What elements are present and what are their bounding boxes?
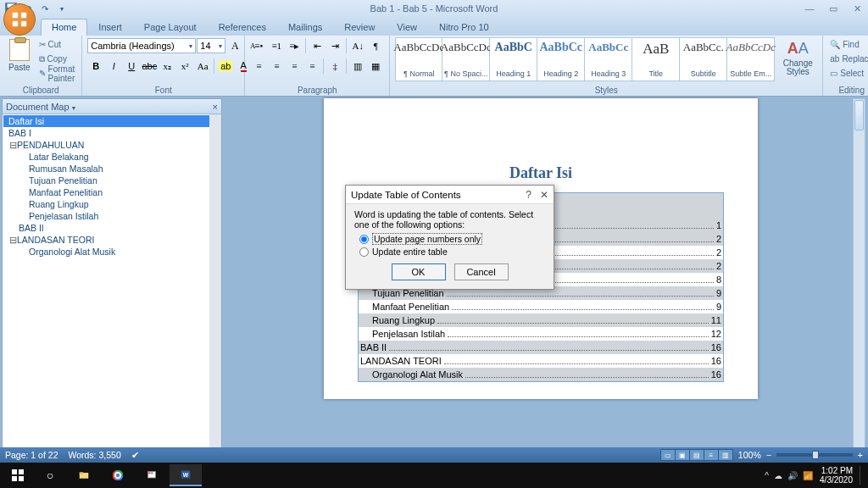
font-family-combo[interactable]: Cambria (Headings)▾	[87, 38, 196, 53]
view-full-screen[interactable]: ▣	[675, 449, 690, 461]
tray-up-icon[interactable]: ^	[765, 471, 769, 480]
zoom-in-icon[interactable]: +	[858, 450, 863, 460]
tab-review[interactable]: Review	[333, 19, 386, 36]
zoom-level[interactable]: 100%	[738, 450, 761, 460]
decrease-indent-button[interactable]: ⇤	[309, 37, 326, 54]
status-page[interactable]: Page: 1 of 22	[5, 450, 58, 460]
toc-entry[interactable]: Organologi Alat Musik16	[359, 368, 723, 381]
grow-font-button[interactable]: A	[226, 37, 243, 54]
view-web[interactable]: ▤	[689, 449, 704, 461]
docmap-item[interactable]: Tujuan Penelitian	[3, 175, 220, 186]
change-case-button[interactable]: Aa	[194, 58, 211, 75]
find-button[interactable]: 🔍Find	[828, 37, 868, 52]
docmap-item[interactable]: ⊟PENDAHULUAN	[3, 139, 220, 151]
align-center-button[interactable]: ≡	[268, 58, 285, 75]
numbering-button[interactable]: ≡1	[268, 37, 285, 54]
paste-button[interactable]: Paste	[5, 37, 34, 74]
docmap-item[interactable]: ⊟LANDASAN TEORI	[3, 234, 220, 246]
toc-entry[interactable]: Manfaat Penelitian9	[359, 300, 723, 313]
task-explorer[interactable]	[68, 464, 100, 486]
shading-button[interactable]: ▥	[349, 58, 366, 75]
format-painter-button[interactable]: ✎Format Painter	[37, 66, 77, 80]
status-words[interactable]: Words: 3,550	[68, 450, 120, 460]
redo-icon[interactable]: ↷	[37, 2, 53, 15]
bold-button[interactable]: B	[87, 58, 104, 75]
toc-entry[interactable]: Penjelasan Istilah12	[359, 327, 723, 341]
increase-indent-button[interactable]: ⇥	[326, 37, 343, 54]
radio-input[interactable]	[359, 235, 369, 244]
help-icon[interactable]: ?	[526, 189, 531, 201]
start-button[interactable]	[3, 464, 32, 486]
radio-update-entire-table[interactable]: Update entire table	[359, 247, 545, 257]
style-heading-3[interactable]: AaBbCcHeading 3	[585, 37, 632, 81]
maximize-icon[interactable]: ▭	[824, 3, 843, 14]
chevron-down-icon[interactable]: ▾	[72, 104, 75, 112]
tab-page-layout[interactable]: Page Layout	[133, 19, 208, 36]
toc-entry[interactable]: LANDASAN TEORI16	[359, 354, 723, 368]
show-marks-button[interactable]: ¶	[367, 37, 384, 54]
multilevel-button[interactable]: ≡▸	[286, 37, 303, 54]
style-subtle-em-[interactable]: AaBbCcDcSubtle Em...	[727, 37, 775, 81]
toc-entry[interactable]: BAB II16	[359, 341, 723, 354]
radio-input[interactable]	[359, 247, 369, 257]
qat-more-icon[interactable]: ▾	[54, 2, 70, 15]
style-heading-1[interactable]: AaBbCHeading 1	[490, 37, 537, 81]
cancel-button[interactable]: Cancel	[454, 263, 509, 280]
align-left-button[interactable]: ≡	[250, 58, 267, 75]
select-button[interactable]: ▭Select	[828, 66, 868, 80]
tab-home[interactable]: Home	[41, 19, 87, 36]
view-draft[interactable]: ▥	[718, 449, 733, 461]
tab-nitro-pro-10[interactable]: Nitro Pro 10	[428, 19, 500, 36]
docmap-item[interactable]: Ruang Lingkup	[3, 198, 220, 210]
radio-update-page-numbers[interactable]: Update page numbers only	[359, 233, 545, 245]
docmap-item[interactable]: Latar Belakang	[3, 151, 220, 163]
docmap-item[interactable]: Rumusan Masalah	[3, 163, 220, 175]
zoom-slider[interactable]	[776, 453, 853, 457]
borders-button[interactable]: ▦	[367, 58, 384, 75]
dialog-titlebar[interactable]: Update Table of Contents ?✕	[346, 186, 554, 204]
tab-insert[interactable]: Insert	[87, 19, 133, 36]
replace-button[interactable]: abReplace	[828, 52, 868, 66]
underline-button[interactable]: U	[123, 58, 140, 75]
cut-button[interactable]: ✂Cut	[37, 37, 77, 52]
view-print-layout[interactable]: ▭	[660, 449, 676, 461]
strike-button[interactable]: abc	[141, 58, 158, 75]
font-size-combo[interactable]: 14▾	[197, 38, 225, 53]
task-chrome[interactable]	[102, 464, 134, 486]
line-spacing-button[interactable]: ‡	[326, 58, 343, 75]
collapse-icon[interactable]: ⊟	[8, 139, 17, 151]
minimize-icon[interactable]: —	[800, 3, 819, 14]
clock[interactable]: 1:02 PM 4/3/2020	[820, 466, 853, 485]
office-button[interactable]	[3, 3, 36, 36]
subscript-button[interactable]: x₂	[159, 58, 175, 75]
justify-button[interactable]: ≡	[303, 58, 320, 75]
docmap-item[interactable]: Manfaat Penelitian	[3, 186, 220, 198]
ok-button[interactable]: OK	[392, 263, 446, 280]
wifi-icon[interactable]: 📶	[803, 471, 813, 480]
scrollbar-vertical[interactable]	[209, 114, 221, 448]
style--normal[interactable]: AaBbCcDc¶ Normal	[395, 37, 442, 81]
show-desktop[interactable]	[860, 466, 865, 485]
italic-button[interactable]: I	[105, 58, 122, 75]
style-title[interactable]: AaBTitle	[632, 37, 680, 81]
align-right-button[interactable]: ≡	[286, 58, 303, 75]
docmap-item[interactable]: Daftar Isi	[3, 115, 220, 127]
highlight-button[interactable]: ab	[217, 58, 234, 75]
view-outline[interactable]: ≡	[704, 449, 719, 461]
tab-view[interactable]: View	[386, 19, 428, 36]
spellcheck-icon[interactable]: ✔	[131, 450, 139, 460]
superscript-button[interactable]: x²	[176, 58, 193, 75]
scrollbar-vertical[interactable]	[853, 98, 865, 461]
onedrive-icon[interactable]: ☁	[774, 471, 782, 480]
style--no-spaci-[interactable]: AaBbCcDc¶ No Spaci...	[442, 37, 490, 81]
toc-entry[interactable]: Ruang Lingkup11	[359, 313, 723, 327]
tab-mailings[interactable]: Mailings	[277, 19, 333, 36]
task-paint[interactable]	[136, 464, 168, 486]
change-styles-button[interactable]: AA Change Styles	[778, 37, 817, 76]
sort-button[interactable]: A↓	[349, 37, 366, 54]
docmap-item[interactable]: BAB I	[3, 127, 220, 139]
volume-icon[interactable]: 🔊	[787, 471, 798, 480]
docmap-item[interactable]: BAB II	[3, 222, 220, 234]
scrollbar-thumb[interactable]	[854, 100, 864, 130]
tab-references[interactable]: References	[208, 19, 277, 36]
